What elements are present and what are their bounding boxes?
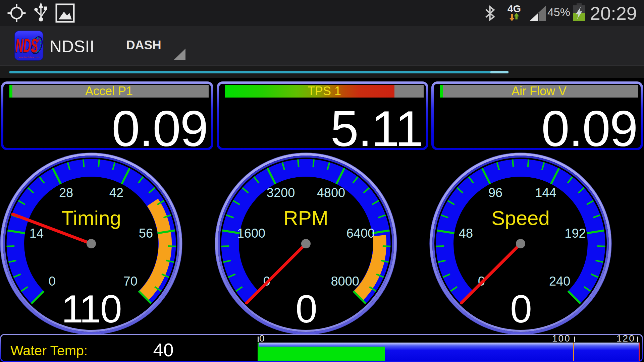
svg-text:www.nlsandatacars.com: www.nlsandatacars.com	[18, 56, 39, 59]
svg-text:56: 56	[139, 226, 153, 240]
svg-text:70: 70	[123, 274, 138, 288]
svg-text:8000: 8000	[331, 274, 359, 288]
svg-text:0: 0	[510, 287, 531, 331]
svg-text:0: 0	[296, 287, 316, 331]
svg-text:48: 48	[459, 226, 473, 240]
svg-text:42: 42	[109, 186, 123, 200]
svg-text:3200: 3200	[267, 186, 295, 200]
svg-text:Speed: Speed	[491, 207, 550, 229]
svg-text:192: 192	[565, 226, 586, 240]
svg-text:6400: 6400	[346, 226, 375, 240]
svg-text:NDSII: NDSII	[50, 37, 94, 56]
svg-text:110: 110	[61, 287, 121, 331]
svg-text:144: 144	[535, 186, 556, 200]
svg-text:Timing: Timing	[61, 207, 121, 229]
svg-text:45%: 45%	[547, 6, 570, 18]
svg-text:14: 14	[30, 226, 44, 240]
svg-text:1600: 1600	[237, 226, 266, 240]
svg-text:240: 240	[549, 274, 570, 288]
svg-text:4G: 4G	[507, 3, 521, 14]
svg-text:RPM: RPM	[283, 207, 328, 229]
svg-text:4800: 4800	[317, 186, 345, 200]
svg-text:DASH: DASH	[126, 38, 161, 52]
svg-text:96: 96	[488, 186, 502, 200]
svg-text:20:29: 20:29	[590, 3, 637, 24]
svg-text:28: 28	[59, 186, 73, 200]
svg-text:0: 0	[49, 274, 56, 288]
svg-text:NDS: NDS	[15, 35, 38, 56]
